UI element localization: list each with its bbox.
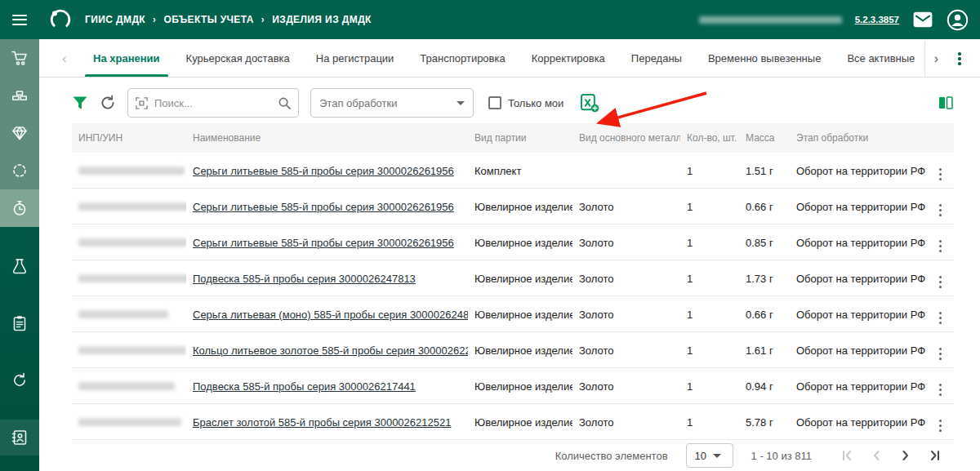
sidebar-item-lab[interactable]: [0, 248, 39, 284]
inp-uin-redacted: [78, 382, 175, 390]
row-menu-icon[interactable]: [939, 276, 942, 289]
table-row[interactable]: Подвеска 585-й пробы серия 3000026217441…: [72, 368, 954, 404]
tab-label: Все активные: [847, 52, 915, 64]
menu-button[interactable]: [0, 0, 39, 39]
stage-cell: Оборот на территории РФ: [790, 296, 927, 332]
stage-cell: Оборот на территории РФ: [790, 368, 927, 404]
sidebar-item-ingots[interactable]: [0, 77, 39, 114]
tab-label: На регистрации: [316, 52, 394, 64]
tab[interactable]: Все активные: [834, 41, 924, 77]
metal-cell: Золото: [572, 332, 680, 368]
only-mine-toggle[interactable]: Только мои: [488, 96, 564, 109]
user-avatar-icon[interactable]: [947, 9, 969, 31]
sidebar-item-contacts[interactable]: [0, 420, 39, 455]
stage-cell: Оборот на территории РФ: [790, 404, 927, 440]
sidebar-item-cart[interactable]: [0, 39, 39, 77]
main-content: ‹ На храненииКурьерская доставкаНа регис…: [39, 39, 980, 471]
pagination-bar: Количество элементов 10 1 - 10 из 811: [39, 440, 980, 471]
mail-icon[interactable]: [912, 9, 933, 30]
qty-cell: 1: [680, 296, 739, 332]
inp-uin-redacted: [78, 202, 186, 211]
sidebar-item-items-dmdk[interactable]: [0, 189, 39, 227]
row-menu-icon[interactable]: [939, 240, 942, 253]
chevron-right-icon: [898, 448, 913, 463]
tab[interactable]: Временно вывезенные: [695, 41, 834, 77]
search-input[interactable]: [154, 97, 272, 109]
first-page-button[interactable]: [835, 443, 859, 468]
item-name-link[interactable]: Серьги литьевые 585-й пробы серия 300002…: [193, 165, 454, 177]
item-name-link[interactable]: Серьги литьевые 585-й пробы серия 300002…: [193, 237, 454, 249]
export-excel-button[interactable]: [580, 93, 599, 113]
sidebar-top-group: [0, 39, 39, 227]
tab[interactable]: На хранении: [80, 41, 173, 77]
breadcrumb-item-objects[interactable]: ОБЪЕКТЫ УЧЕТА: [163, 14, 253, 25]
stage-filter-dropdown[interactable]: Этап обработки: [310, 88, 474, 118]
row-menu-icon[interactable]: [939, 420, 942, 433]
row-menu-icon[interactable]: [939, 204, 942, 217]
sidebar-item-tasks[interactable]: [0, 305, 39, 341]
contacts-icon: [11, 429, 29, 447]
page-size-select[interactable]: 10: [686, 443, 733, 468]
pagination-range: 1 - 10 из 811: [751, 450, 812, 462]
party-type-cell: Ювелирное изделие: [468, 368, 572, 404]
last-page-button[interactable]: [923, 443, 947, 468]
item-name-link[interactable]: Браслет золотой 585-й пробы серия 300002…: [193, 416, 451, 429]
table-body: Серьги литьевые 585-й пробы серия 300002…: [72, 153, 954, 440]
table-row[interactable]: Серьги литьевые 585-й пробы серия 300002…: [72, 224, 954, 260]
stage-cell: Оборот на территории РФ: [790, 260, 927, 296]
tab-bar: ‹ На храненииКурьерская доставкаНа регис…: [39, 39, 980, 78]
search-icon[interactable]: [278, 96, 292, 110]
breadcrumb-separator: ›: [261, 14, 265, 25]
previous-page-button[interactable]: [864, 443, 889, 468]
row-menu-icon[interactable]: [939, 348, 942, 361]
breadcrumb-item-giis[interactable]: ГИИС ДМДК: [85, 14, 145, 25]
tabs-menu-icon[interactable]: [947, 41, 972, 77]
sidebar-item-gems[interactable]: [0, 114, 39, 152]
table-row[interactable]: Кольцо литьевое золотое 585-й пробы сери…: [72, 332, 954, 368]
qty-cell: 1: [680, 332, 739, 368]
sidebar-item-sync[interactable]: [0, 362, 39, 398]
party-type-cell: Комплект: [468, 153, 572, 189]
row-menu-icon[interactable]: [939, 312, 942, 325]
next-page-button[interactable]: [893, 443, 918, 468]
stopwatch-icon: [11, 199, 29, 217]
item-name-link[interactable]: Кольцо литьевое золотое 585-й пробы сери…: [193, 344, 468, 357]
column-header: Вид партии: [468, 123, 572, 153]
tabs-scroll-right-icon[interactable]: ›: [924, 41, 947, 77]
tab-label: На хранении: [93, 52, 160, 64]
qty-cell: 1: [680, 224, 739, 260]
table-row[interactable]: Серьги литьевые 585-й пробы серия 300002…: [72, 189, 954, 224]
column-header: Наименование: [186, 123, 468, 153]
item-name-link[interactable]: Серьга литьевая (моно) 585-й пробы серия…: [193, 309, 468, 321]
tab[interactable]: Переданы: [618, 41, 695, 77]
table-row[interactable]: Подвеска 585-й пробы серия 3000026247813…: [72, 260, 954, 296]
refresh-button[interactable]: [100, 95, 116, 111]
tab[interactable]: Корректировка: [519, 41, 618, 77]
column-settings-button[interactable]: [938, 95, 954, 111]
table-header-row: ИНП/УИННаименованиеВид партииВид основно…: [72, 123, 954, 153]
inp-uin-redacted: [78, 167, 185, 175]
tab[interactable]: Транспортировка: [407, 41, 518, 77]
qty-cell: 1: [680, 260, 739, 296]
item-name-link[interactable]: Подвеска 585-й пробы серия 3000026247813: [193, 273, 416, 285]
item-name-link[interactable]: Подвеска 585-й пробы серия 3000026217441: [193, 380, 416, 393]
table-row[interactable]: Серьги литьевые 585-й пробы серия 300002…: [72, 153, 954, 189]
table-row[interactable]: Браслет золотой 585-й пробы серия 300002…: [72, 404, 954, 440]
version-link[interactable]: 5.2.3.3857: [855, 15, 899, 24]
metal-cell: Золото: [572, 224, 680, 260]
row-menu-icon[interactable]: [939, 168, 942, 181]
tab[interactable]: Курьерская доставка: [173, 41, 303, 77]
row-menu-icon[interactable]: [939, 384, 942, 397]
stage-cell: Оборот на территории РФ: [790, 332, 927, 368]
only-mine-checkbox[interactable]: [488, 96, 501, 109]
tabs-scroll-left-icon[interactable]: ‹: [62, 41, 80, 77]
sync-icon: [11, 371, 29, 389]
tab[interactable]: На регистрации: [303, 41, 408, 77]
table-row[interactable]: Серьга литьевая (моно) 585-й пробы серия…: [72, 296, 954, 332]
column-header: Кол-во, шт.: [680, 123, 739, 153]
item-name-link[interactable]: Серьги литьевые 585-й пробы серия 300002…: [193, 201, 454, 213]
filter-funnel-button[interactable]: [72, 96, 88, 111]
items-per-page-label: Количество элементов: [555, 450, 668, 462]
breadcrumb-item-items[interactable]: ИЗДЕЛИЯ ИЗ ДМДК: [272, 14, 372, 25]
sidebar-item-circle[interactable]: [0, 152, 39, 189]
